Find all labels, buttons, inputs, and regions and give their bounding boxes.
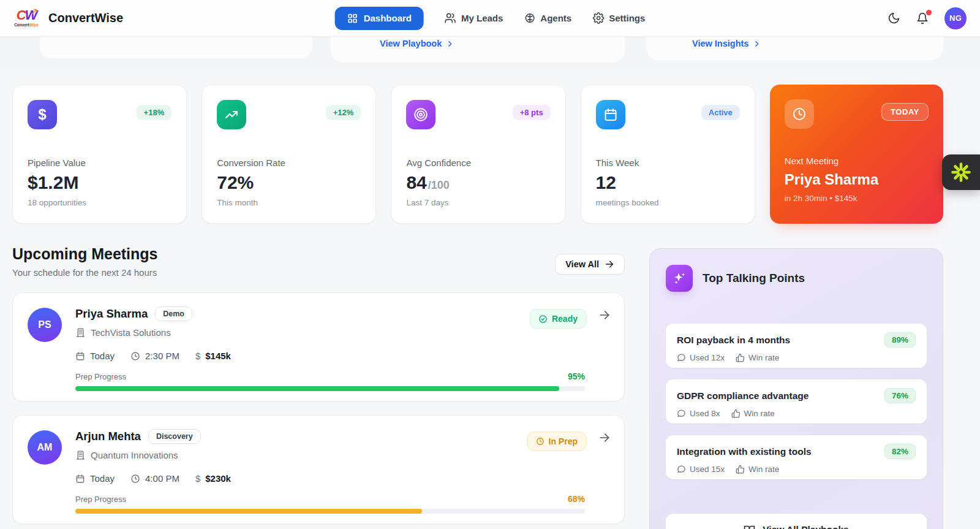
nav-label: Settings <box>609 13 645 23</box>
open-meeting-arrow[interactable] <box>598 309 611 321</box>
progress-label: Prep Progress <box>75 495 126 504</box>
open-meeting-arrow[interactable] <box>598 432 611 444</box>
dark-mode-toggle[interactable] <box>888 12 900 25</box>
status-badge-ready: Ready <box>530 309 586 329</box>
stat-sub: meetings booked <box>596 198 740 207</box>
meeting-time: 2:30 PM <box>130 351 179 361</box>
stat-label: Conversion Rate <box>217 158 361 168</box>
win-rate-label: Win rate <box>731 409 775 418</box>
progress-bar <box>75 509 585 514</box>
starburst-icon <box>951 162 971 183</box>
view-playbook-link[interactable]: View Playbook <box>380 39 454 48</box>
brain-icon <box>524 12 535 24</box>
peek-band: View Playbook View Insights <box>0 37 980 69</box>
gear-icon <box>592 12 604 24</box>
stat-sub: Last 7 days <box>406 198 550 207</box>
calendar-icon <box>596 100 625 129</box>
logo-arrow-icon <box>31 8 38 15</box>
nav-tab-dashboard[interactable]: Dashboard <box>335 7 424 30</box>
next-meeting-card[interactable]: TODAY Next Meeting Priya Sharma in 2h 30… <box>770 85 943 224</box>
primary-nav: Dashboard My Leads Agents Settings <box>335 0 646 37</box>
nav-label: My Leads <box>461 13 503 23</box>
progress-label: Prep Progress <box>75 372 126 381</box>
notification-dot <box>926 10 932 15</box>
clock-icon <box>536 437 545 446</box>
grid-icon <box>347 13 358 24</box>
meeting-stage-badge: Discovery <box>148 429 201 444</box>
company-name: TechVista Solutions <box>91 327 171 338</box>
ghost-card <box>40 37 312 58</box>
next-meeting-label: Next Meeting <box>785 156 929 166</box>
view-all-button[interactable]: View All <box>555 254 625 275</box>
view-insights-label: View Insights <box>692 39 748 48</box>
nav-tab-my-leads[interactable]: My Leads <box>445 12 503 24</box>
upcoming-meetings-section: Upcoming Meetings Your schedule for the … <box>12 245 625 524</box>
used-count: Used 12x <box>677 353 725 362</box>
avatar: PS <box>28 308 62 342</box>
talking-point-item[interactable]: GDPR compliance advantage 76% Used 8x Wi… <box>666 379 927 424</box>
sparkles-icon <box>666 265 693 292</box>
view-all-playbooks-label: View All Playbooks <box>763 524 848 529</box>
nav-tab-settings[interactable]: Settings <box>592 12 645 24</box>
stat-label: This Week <box>596 158 740 168</box>
nav-label: Dashboard <box>364 13 412 23</box>
moon-icon <box>888 12 900 25</box>
calendar-icon <box>75 351 85 361</box>
view-insights-link[interactable]: View Insights <box>692 39 761 48</box>
top-nav-bar: CW ConvertWise ConvertWise Dashboard My … <box>0 0 980 37</box>
meeting-card-arjun-mehta[interactable]: AM Arjun Mehta Discovery Quantum Innovat… <box>12 415 625 524</box>
thumbs-up-icon <box>731 409 741 418</box>
chat-bubble-icon <box>677 409 686 418</box>
building-icon <box>75 450 86 460</box>
stat-card-this-week: Active This Week 12 meetings booked <box>581 85 755 224</box>
arrow-right-icon <box>598 432 611 444</box>
win-rate-label: Win rate <box>736 353 779 362</box>
arrow-right-icon <box>598 309 611 321</box>
stat-value: $1.2M <box>28 172 172 193</box>
progress-percent: 68% <box>568 494 585 504</box>
view-playbook-label: View Playbook <box>380 39 442 48</box>
logo-caption: ConvertWise <box>12 23 40 28</box>
assistant-widget-button[interactable] <box>942 154 980 190</box>
trend-up-icon <box>217 100 246 129</box>
win-rate-badge: 89% <box>884 332 916 348</box>
meeting-value: $ $145k <box>195 351 231 361</box>
meeting-value: $ $230k <box>195 473 231 484</box>
brand-logo[interactable]: CW ConvertWise ConvertWise <box>12 9 123 28</box>
stat-value-suffix: /100 <box>428 179 450 192</box>
chevron-right-icon <box>446 40 454 48</box>
meeting-date: Today <box>75 351 115 361</box>
dollar-icon: $ <box>28 100 57 129</box>
next-meeting-name: Priya Sharma <box>785 171 929 188</box>
win-rate-badge: 76% <box>884 388 916 403</box>
talking-point-item[interactable]: Integration with existing tools 82% Used… <box>666 435 927 479</box>
meeting-time: 4:00 PM <box>130 473 179 484</box>
stat-value: 84/100 <box>406 172 550 193</box>
stat-sub: 18 opportunities <box>28 198 172 207</box>
logo-letter-c: C <box>17 7 25 23</box>
clock-icon <box>785 99 814 129</box>
talking-point-item[interactable]: ROI payback in 4 months 89% Used 12x Win… <box>666 324 927 368</box>
view-all-playbooks-button[interactable]: View All Playbooks <box>666 514 927 529</box>
clock-icon <box>130 351 140 361</box>
nav-tab-agents[interactable]: Agents <box>524 12 571 24</box>
calendar-icon <box>75 474 85 484</box>
ghost-card <box>646 37 943 60</box>
stat-label: Pipeline Value <box>28 158 172 168</box>
next-meeting-detail: in 2h 30min • $145k <box>785 194 929 203</box>
notifications-button[interactable] <box>916 12 929 25</box>
thumbs-up-icon <box>736 465 745 474</box>
section-title: Upcoming Meetings <box>12 245 625 263</box>
stat-badge: Active <box>701 105 740 120</box>
stat-badge: +12% <box>326 105 361 120</box>
user-avatar[interactable]: NG <box>944 7 967 29</box>
progress-fill <box>75 386 559 391</box>
meeting-card-priya-sharma[interactable]: PS Priya Sharma Demo TechVista Solutions… <box>12 292 625 402</box>
company-name: Quantum Innovations <box>91 450 178 460</box>
clock-icon <box>130 474 140 484</box>
talking-point-text: ROI payback in 4 months <box>677 335 790 346</box>
stat-value: 72% <box>217 172 361 193</box>
status-badge-in-prep: In Prep <box>527 432 586 451</box>
stat-card-conversion-rate: +12% Conversion Rate 72% This month <box>202 85 376 224</box>
progress-fill <box>75 509 422 514</box>
